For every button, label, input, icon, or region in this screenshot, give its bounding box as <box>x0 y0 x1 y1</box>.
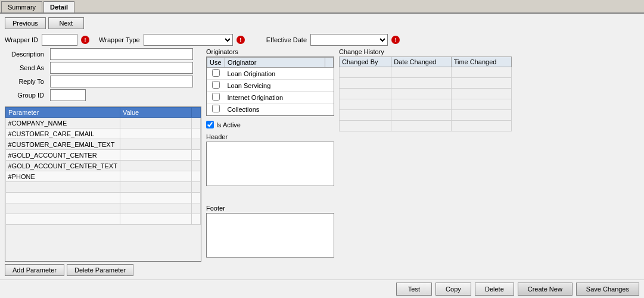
group-id-input[interactable] <box>50 89 86 101</box>
orig-col-originator: Originator <box>225 58 325 68</box>
param-col-value: Value <box>120 108 191 118</box>
description-label: Description <box>5 51 46 58</box>
wrapper-row: Wrapper ID ! Wrapper Type Type 1 Type 2 … <box>5 34 639 46</box>
header-container: Header <box>206 133 334 201</box>
footer-container: Footer <box>206 205 334 272</box>
param-row[interactable]: #PHONE <box>6 171 201 182</box>
param-row[interactable]: #CUSTOMER_CARE_EMAIL <box>6 128 201 139</box>
tab-summary[interactable]: Summary <box>1 1 42 12</box>
param-row[interactable] <box>6 214 201 225</box>
history-row <box>340 67 512 78</box>
orig-col-use: Use <box>207 58 225 68</box>
originator-checkbox-2[interactable] <box>212 93 220 101</box>
left-panel: Description Send As Reply To Group ID <box>5 48 201 276</box>
group-id-row: Group ID <box>5 89 201 101</box>
originator-checkbox-1[interactable] <box>212 81 220 89</box>
next-button[interactable]: Next <box>48 17 84 29</box>
param-row[interactable] <box>6 203 201 214</box>
main-container: Summary Detail Previous Next Wrapper ID … <box>0 0 644 298</box>
effective-date-select[interactable]: 2024-01-01 <box>310 34 388 46</box>
content-area: Previous Next Wrapper ID ! Wrapper Type … <box>0 14 644 280</box>
is-active-label: Is Active <box>216 121 241 128</box>
header-textarea[interactable] <box>206 142 334 186</box>
history-row <box>340 110 512 121</box>
header-label: Header <box>206 133 334 140</box>
description-row: Description <box>5 48 201 60</box>
delete-button[interactable]: Delete <box>475 283 514 296</box>
change-history-label: Change History <box>339 48 512 55</box>
tab-detail[interactable]: Detail <box>43 1 74 12</box>
main-layout: Description Send As Reply To Group ID <box>5 48 639 276</box>
is-active-row: Is Active <box>206 121 334 128</box>
copy-button[interactable]: Copy <box>435 283 471 296</box>
param-col-parameter: Parameter <box>6 108 120 118</box>
create-new-button[interactable]: Create New <box>518 283 573 296</box>
hist-col-date-changed: Date Changed <box>391 57 451 67</box>
send-as-label: Send As <box>5 64 46 71</box>
param-row[interactable] <box>6 182 201 193</box>
originators-table: Use Originator Loan Origination Loan Ser… <box>207 57 334 115</box>
bottom-bar: Test Copy Delete Create New Save Changes <box>0 280 644 298</box>
originator-row[interactable]: Collections <box>207 103 334 115</box>
description-input[interactable] <box>50 48 193 60</box>
tabs-bar: Summary Detail <box>0 0 644 14</box>
send-as-row: Send As <box>5 62 201 74</box>
parameter-table-container: Parameter Value #COMPANY_NAME #CUSTOMER_… <box>5 106 201 262</box>
wrapper-id-input[interactable] <box>42 34 77 46</box>
param-col-extra <box>191 108 200 118</box>
wrapper-type-label: Wrapper Type <box>99 36 140 43</box>
hist-col-changed-by: Changed By <box>340 57 391 67</box>
originators-section: Originators Use Originator <box>206 48 334 128</box>
originators-box: Use Originator Loan Origination Loan Ser… <box>206 57 334 116</box>
form-fields: Description Send As Reply To Group ID <box>5 48 201 103</box>
wrapper-id-required-icon: ! <box>81 36 89 44</box>
param-row[interactable] <box>6 193 201 203</box>
originator-checkbox-0[interactable] <box>212 69 220 77</box>
param-row[interactable]: #GOLD_ACCOUNT_CENTER_TEXT <box>6 161 201 171</box>
middle-panel: Originators Use Originator <box>206 48 334 276</box>
originator-row[interactable]: Loan Servicing <box>207 80 334 92</box>
parameter-table: Parameter Value #COMPANY_NAME #CUSTOMER_… <box>5 107 201 225</box>
footer-label: Footer <box>206 205 334 212</box>
history-row <box>340 89 512 99</box>
send-as-input[interactable] <box>50 62 193 74</box>
orig-col-scroll <box>325 58 334 68</box>
param-row[interactable]: #CUSTOMER_CARE_EMAIL_TEXT <box>6 139 201 150</box>
is-active-checkbox[interactable] <box>206 121 214 128</box>
group-id-label: Group ID <box>5 92 46 99</box>
param-buttons: Add Parameter Delete Parameter <box>5 264 201 276</box>
originator-row[interactable]: Internet Origination <box>207 92 334 103</box>
wrapper-id-label: Wrapper ID <box>5 36 38 43</box>
footer-textarea[interactable] <box>206 213 334 258</box>
reply-to-label: Reply To <box>5 78 46 85</box>
originator-row[interactable]: Loan Origination <box>207 68 334 80</box>
history-row <box>340 121 512 131</box>
reply-to-row: Reply To <box>5 76 201 87</box>
add-parameter-button[interactable]: Add Parameter <box>5 264 64 276</box>
hist-col-time-changed: Time Changed <box>451 57 511 67</box>
effective-date-label: Effective Date <box>266 36 307 43</box>
originator-checkbox-3[interactable] <box>212 105 220 112</box>
change-history-table: Changed By Date Changed Time Changed <box>339 57 512 131</box>
effective-date-required-icon: ! <box>391 36 400 44</box>
previous-button[interactable]: Previous <box>5 17 46 29</box>
save-changes-button[interactable]: Save Changes <box>576 283 639 296</box>
delete-parameter-button[interactable]: Delete Parameter <box>67 264 133 276</box>
history-row <box>340 78 512 89</box>
history-row <box>340 99 512 110</box>
param-row[interactable]: #GOLD_ACCOUNT_CENTER <box>6 150 201 161</box>
change-history-panel: Change History Changed By Date Changed T… <box>339 48 512 276</box>
reply-to-input[interactable] <box>50 76 193 87</box>
wrapper-type-select[interactable]: Type 1 Type 2 <box>144 34 233 46</box>
originators-label: Originators <box>206 48 334 55</box>
top-buttons: Previous Next <box>5 17 639 29</box>
test-button[interactable]: Test <box>396 283 432 296</box>
param-row[interactable]: #COMPANY_NAME <box>6 118 201 128</box>
wrapper-type-required-icon: ! <box>237 36 245 44</box>
